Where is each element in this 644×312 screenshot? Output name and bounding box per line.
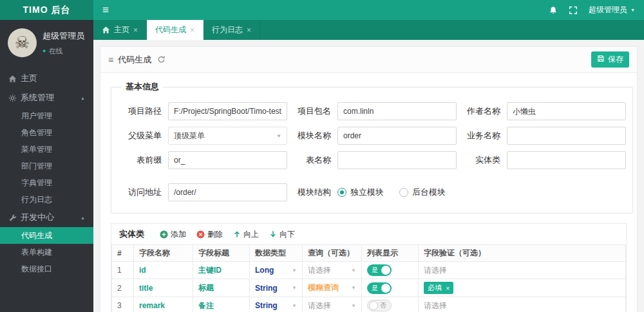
data-type-select[interactable]: String▼ [255, 284, 297, 293]
column-header: 列表显示 [362, 245, 419, 262]
field-title-input[interactable]: 主键ID [198, 266, 222, 275]
field-label: 父级菜单 [118, 130, 168, 142]
column-header: 字段名称 [134, 245, 193, 262]
validation-select[interactable]: 请选择 [424, 301, 447, 310]
form-field-module-name: 模块名称 [287, 127, 457, 145]
module-name-input[interactable] [337, 127, 457, 145]
sidebar-item-home[interactable]: 主页 [0, 69, 93, 88]
form-row: 访问地址模块结构独立模块后台模块 [118, 183, 626, 201]
tab-behavior-log[interactable]: 行为日志× [204, 20, 260, 40]
access-url-input[interactable] [168, 183, 287, 201]
topbar: ≡ 超级管理员 ▼ [93, 0, 644, 20]
data-type-select-cell: String▼ [250, 297, 303, 312]
gear-icon [8, 94, 21, 102]
remove-tag-icon[interactable]: × [446, 284, 450, 292]
sidebar-item-dictionary-management[interactable]: 字典管理 [0, 174, 93, 191]
show-toggle[interactable]: 是 [367, 264, 392, 276]
field-name-cell: remark [134, 297, 193, 312]
field-name-input[interactable]: title [139, 284, 153, 293]
toggle-label: 是 [372, 284, 378, 293]
validation-cell: 请选择 [419, 262, 626, 279]
business-name-input[interactable] [507, 127, 626, 145]
move-up-button[interactable]: 向上 [233, 229, 259, 240]
table-name-input[interactable] [337, 151, 457, 169]
close-icon[interactable]: × [190, 26, 194, 35]
save-button[interactable]: 保存 [591, 51, 629, 68]
user-menu-label: 超级管理员 [589, 5, 627, 15]
sidebar-item-menu-management[interactable]: 菜单管理 [0, 141, 93, 158]
save-icon [597, 55, 605, 64]
fullscreen-icon[interactable] [569, 6, 578, 15]
tab-code-generation[interactable]: 代码生成× [147, 20, 204, 40]
parent-menu-select[interactable]: 顶级菜单▼ [168, 127, 287, 145]
sidebar-item-department-management[interactable]: 部门管理 [0, 158, 93, 174]
show-toggle[interactable]: 否 [367, 300, 392, 311]
project-path-input[interactable] [168, 102, 287, 120]
toggle-knob [381, 266, 390, 275]
close-icon[interactable]: × [133, 26, 138, 35]
bell-icon[interactable] [549, 6, 558, 15]
chevron-down-icon: ▼ [292, 285, 297, 291]
sidebar-item-data-api[interactable]: 数据接口 [0, 261, 93, 277]
field-name-input[interactable]: id [139, 266, 146, 275]
delete-button[interactable]: 删除 [196, 229, 223, 240]
table-row: 3remark备注String▼请选择▼否请选择 [112, 297, 626, 312]
entity-header: 实体类 添加删除向上向下 [111, 224, 626, 244]
entity-class-input[interactable] [507, 151, 626, 169]
topbar-right: 超级管理员 ▼ [549, 5, 635, 15]
sidebar-item-role-management[interactable]: 角色管理 [0, 124, 93, 141]
sidebar-item-code-generation[interactable]: 代码生成 [0, 227, 93, 244]
field-title-input[interactable]: 标题 [198, 283, 214, 292]
close-icon[interactable]: × [247, 26, 251, 35]
move-up-icon [233, 230, 241, 238]
field-name-input[interactable]: remark [139, 301, 165, 310]
user-menu[interactable]: 超级管理员 ▼ [589, 5, 635, 15]
query-select[interactable]: 模糊查询▼ [308, 282, 356, 293]
data-type-select[interactable]: Long▼ [255, 266, 297, 275]
field-label: 模块结构 [287, 187, 337, 198]
query-select[interactable]: 请选择▼ [308, 300, 356, 311]
form-field-business-name: 业务名称 [457, 127, 626, 145]
refresh-icon[interactable] [157, 55, 166, 64]
field-title-cell: 标题 [193, 279, 250, 297]
sidebar-item-system-management[interactable]: 系统管理▲ [0, 88, 93, 107]
list-display-cell: 是 [362, 262, 419, 279]
form-field-module-structure: 模块结构独立模块后台模块 [287, 183, 626, 201]
menu-toggle-icon[interactable]: ≡ [102, 5, 109, 15]
select-value: String [255, 301, 278, 310]
tab-home[interactable]: 主页× [93, 20, 147, 40]
validation-select[interactable]: 请选择 [424, 266, 447, 275]
toggle-knob [381, 284, 390, 293]
data-type-select[interactable]: String▼ [255, 301, 297, 310]
radio-icon [337, 188, 346, 197]
panel-card: ≡ 代码生成 保存 基本信息 项目路径项目包名作者名称父级菜单顶级菜单▼模块名称… [100, 46, 638, 312]
table-prefix-input[interactable] [168, 151, 287, 169]
sidebar-item-behavior-log[interactable]: 行为日志 [0, 191, 93, 208]
form-field-table-prefix: 表前缀 [118, 151, 287, 169]
wrench-icon [8, 214, 21, 222]
move-down-button[interactable]: 向下 [269, 229, 295, 240]
chevron-down-icon: ▼ [630, 8, 635, 12]
sidebar-item-dev-center[interactable]: 开发中心▲ [0, 208, 93, 227]
author-name-input[interactable] [507, 102, 626, 120]
entity-title: 实体类 [119, 228, 144, 240]
package-name-input[interactable] [337, 102, 457, 120]
radio-backend-module[interactable]: 后台模块 [399, 187, 446, 198]
form-field-entity-class: 实体类 [457, 151, 626, 169]
sidebar-item-user-management[interactable]: 用户管理 [0, 107, 93, 124]
sidebar-item-form-builder[interactable]: 表单构建 [0, 244, 93, 261]
form-field-access-url: 访问地址 [118, 183, 287, 201]
column-header: 查询（可选） [303, 245, 362, 262]
table-row: 2title标题String▼模糊查询▼是必填× [112, 279, 626, 297]
main-column: ≡ 超级管理员 ▼ 主页×代码生成×行为日志× ≡ 代码生成 [93, 0, 644, 312]
radio-standalone-module[interactable]: 独立模块 [337, 187, 384, 198]
form-row: 项目路径项目包名作者名称 [118, 102, 626, 120]
app-logo: TIMO 后台 [0, 0, 93, 20]
query-select[interactable]: 请选择▼ [308, 265, 356, 276]
select-value: 顶级菜单 [174, 131, 205, 142]
add-button[interactable]: 添加 [160, 229, 186, 240]
field-title-input[interactable]: 备注 [198, 301, 214, 310]
select-value: String [255, 284, 278, 293]
show-toggle[interactable]: 是 [367, 282, 392, 294]
add-icon [160, 230, 168, 239]
